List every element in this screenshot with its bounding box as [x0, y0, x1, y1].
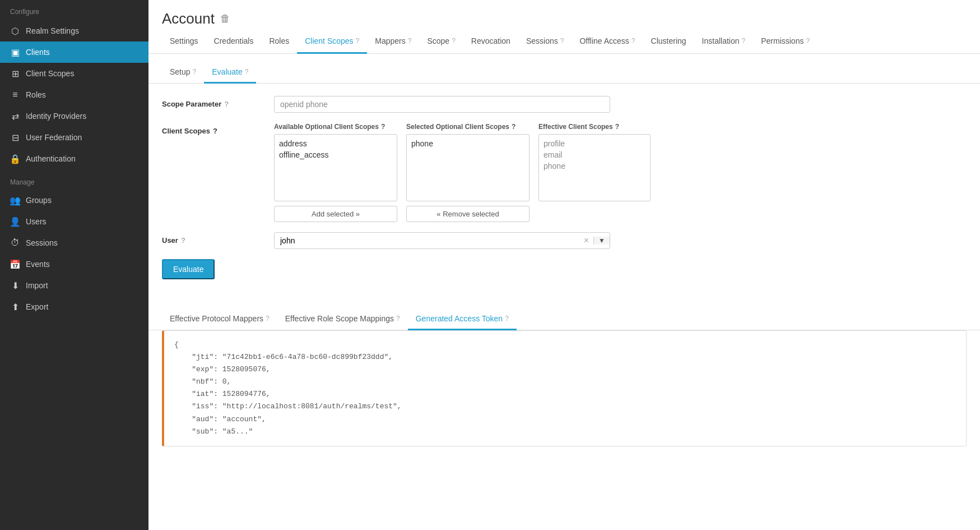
sidebar-item-label: Authentication	[26, 154, 76, 163]
sub-tab-evaluate[interactable]: Evaluate ?	[204, 62, 256, 84]
user-label: User ?	[162, 232, 274, 245]
sidebar-item-export[interactable]: ⬆ Export	[0, 296, 148, 317]
sidebar-item-authentication[interactable]: 🔒 Authentication	[0, 148, 148, 169]
tab-permissions-help-icon: ?	[806, 37, 810, 45]
evaluate-button[interactable]: Evaluate	[162, 259, 215, 279]
delete-icon[interactable]: 🗑	[220, 13, 230, 25]
bottom-tab-generated-access-token[interactable]: Generated Access Token ?	[408, 308, 517, 330]
sidebar-item-label: User Federation	[26, 133, 82, 142]
tab-offline-access-help-icon: ?	[631, 37, 635, 45]
sidebar-item-realm-settings[interactable]: ⬡ Realm Settings	[0, 20, 148, 42]
selected-optional-list: phone	[406, 134, 530, 201]
client-scopes-label: Client Scopes ?	[162, 123, 274, 135]
effective-scopes-help-icon[interactable]: ?	[615, 123, 619, 131]
sidebar-item-users[interactable]: 👤 Users	[0, 211, 148, 232]
authentication-icon: 🔒	[10, 154, 20, 164]
selected-optional-panel: Selected Optional Client Scopes ? phone …	[406, 123, 530, 222]
export-icon: ⬆	[10, 302, 20, 312]
tab-permissions[interactable]: Permissions ?	[753, 30, 818, 54]
tab-sessions-help-icon: ?	[560, 37, 564, 45]
client-scopes-row: Client Scopes ? Available Optional Clien…	[162, 123, 967, 222]
tab-settings[interactable]: Settings	[162, 30, 206, 54]
tab-clustering[interactable]: Clustering	[643, 30, 694, 54]
sidebar-item-label: Identity Providers	[26, 112, 86, 121]
sidebar-item-roles[interactable]: ≡ Roles	[0, 84, 148, 105]
bottom-tabs: Effective Protocol Mappers ? Effective R…	[148, 303, 980, 330]
tab-roles[interactable]: Roles	[261, 30, 297, 54]
scope-parameter-label: Scope Parameter ?	[162, 96, 274, 108]
sidebar-item-sessions[interactable]: ⏱ Sessions	[0, 232, 148, 254]
sidebar-item-label: Events	[26, 260, 50, 269]
sidebar-item-label: Export	[26, 302, 48, 311]
realm-settings-icon: ⬡	[10, 26, 20, 36]
user-input-clear-icon[interactable]: ×	[579, 236, 593, 246]
sidebar-item-label: Import	[26, 281, 48, 290]
effective-scopes-panel: Effective Client Scopes ? profile email …	[538, 123, 651, 201]
sidebar-item-label: Roles	[26, 90, 46, 99]
tab-offline-access[interactable]: Offline Access ?	[572, 30, 643, 54]
list-item: profile	[544, 138, 645, 149]
tab-installation[interactable]: Installation ?	[694, 30, 754, 54]
scopes-panels: Available Optional Client Scopes ? addre…	[274, 123, 659, 222]
list-item[interactable]: offline_access	[279, 149, 392, 160]
tab-installation-help-icon: ?	[742, 37, 746, 45]
bottom-tab-protocol-mappers[interactable]: Effective Protocol Mappers ?	[162, 308, 277, 330]
content-area: Scope Parameter ? Client Scopes ? Availa…	[148, 84, 980, 297]
user-help-icon[interactable]: ?	[181, 236, 185, 245]
sessions-icon: ⏱	[10, 238, 20, 248]
effective-scopes-list: profile email phone	[538, 134, 651, 201]
sidebar-item-identity-providers[interactable]: ⇄ Identity Providers	[0, 105, 148, 127]
list-item[interactable]: phone	[411, 138, 524, 149]
clients-icon: ▣	[10, 47, 20, 57]
user-federation-icon: ⊟	[10, 132, 20, 142]
sidebar-item-label: Sessions	[26, 238, 58, 247]
tab-client-scopes[interactable]: Client Scopes ?	[297, 30, 367, 54]
add-selected-button[interactable]: Add selected »	[274, 206, 397, 222]
tab-mappers-help-icon: ?	[408, 37, 412, 45]
tab-scope[interactable]: Scope ?	[419, 30, 463, 54]
sidebar-item-import[interactable]: ⬇ Import	[0, 275, 148, 296]
sub-tab-setup[interactable]: Setup ?	[162, 62, 204, 84]
client-scopes-help-icon[interactable]: ?	[213, 127, 217, 135]
sidebar-configure-label: Configure	[0, 0, 148, 20]
user-row: User ? × ▼	[162, 232, 967, 249]
scope-parameter-input[interactable]	[274, 96, 610, 113]
sidebar: Configure ⬡ Realm Settings ▣ Clients ⊞ C…	[0, 0, 148, 530]
tab-scope-help-icon: ?	[452, 37, 456, 45]
list-item[interactable]: address	[279, 138, 392, 149]
client-scopes-icon: ⊞	[10, 68, 20, 79]
bottom-tab-role-scope-mappings[interactable]: Effective Role Scope Mappings ?	[277, 308, 408, 330]
list-item: email	[544, 149, 645, 160]
bottom-tab-protocol-mappers-help-icon: ?	[266, 315, 270, 322]
user-input[interactable]	[275, 233, 579, 248]
sidebar-item-events[interactable]: 📅 Events	[0, 254, 148, 275]
page-header: Account 🗑	[148, 0, 980, 27]
sub-tab-evaluate-help-icon: ?	[245, 68, 249, 76]
bottom-tab-role-scope-mappings-help-icon: ?	[396, 315, 400, 322]
effective-scopes-title: Effective Client Scopes ?	[538, 123, 651, 131]
available-optional-list: address offline_access	[274, 134, 397, 201]
sidebar-item-label: Clients	[26, 48, 50, 57]
sidebar-item-user-federation[interactable]: ⊟ User Federation	[0, 127, 148, 148]
tab-sessions[interactable]: Sessions ?	[518, 30, 572, 54]
available-optional-help-icon[interactable]: ?	[381, 123, 385, 131]
identity-providers-icon: ⇄	[10, 111, 20, 121]
scope-parameter-help-icon[interactable]: ?	[224, 100, 229, 108]
main-content: Account 🗑 Settings Credentials Roles Cli…	[148, 0, 980, 530]
page-title: Account	[162, 10, 215, 27]
sidebar-item-groups[interactable]: 👥 Groups	[0, 190, 148, 211]
scope-parameter-field	[274, 96, 967, 113]
tab-revocation[interactable]: Revocation	[463, 30, 518, 54]
user-dropdown-icon[interactable]: ▼	[593, 237, 610, 245]
remove-selected-button[interactable]: « Remove selected	[406, 206, 530, 222]
sidebar-manage-label: Manage	[0, 169, 148, 190]
scope-parameter-row: Scope Parameter ?	[162, 96, 967, 113]
tab-credentials[interactable]: Credentials	[206, 30, 262, 54]
selected-optional-help-icon[interactable]: ?	[512, 123, 515, 131]
events-icon: 📅	[10, 259, 20, 269]
list-item: phone	[544, 160, 645, 172]
sidebar-item-clients[interactable]: ▣ Clients	[0, 42, 148, 63]
tab-mappers[interactable]: Mappers ?	[367, 30, 419, 54]
bottom-tab-generated-access-token-help-icon: ?	[505, 315, 509, 322]
sidebar-item-client-scopes[interactable]: ⊞ Client Scopes	[0, 63, 148, 84]
